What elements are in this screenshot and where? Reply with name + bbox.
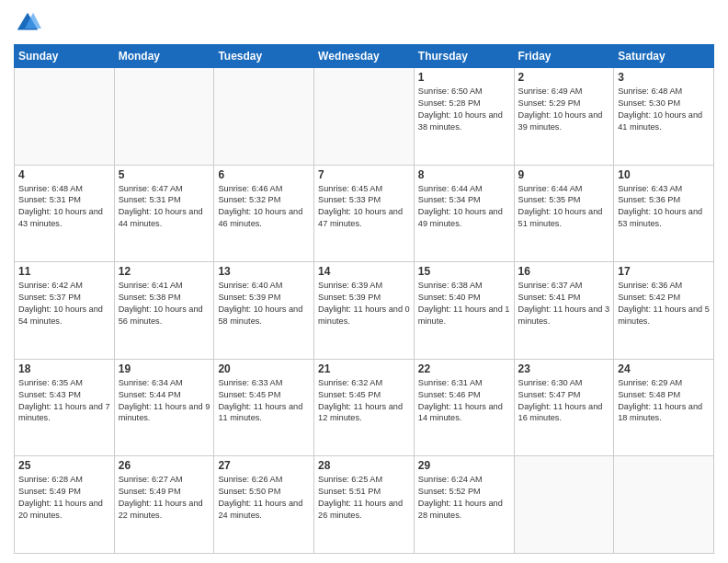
calendar-day-header: Friday <box>514 45 614 68</box>
day-number: 8 <box>418 168 510 181</box>
calendar-cell: 1 Sunrise: 6:50 AMSunset: 5:28 PMDayligh… <box>414 68 514 166</box>
sun-info: Sunrise: 6:28 AMSunset: 5:49 PMDaylight:… <box>18 475 103 520</box>
sun-info: Sunrise: 6:39 AMSunset: 5:39 PMDaylight:… <box>318 281 410 326</box>
sun-info: Sunrise: 6:35 AMSunset: 5:43 PMDaylight:… <box>18 378 110 423</box>
calendar-cell: 5 Sunrise: 6:47 AMSunset: 5:31 PMDayligh… <box>114 165 214 262</box>
sun-info: Sunrise: 6:37 AMSunset: 5:41 PMDaylight:… <box>518 281 610 326</box>
calendar-header-row: SundayMondayTuesdayWednesdayThursdayFrid… <box>15 45 714 68</box>
day-number: 12 <box>119 265 210 278</box>
calendar-week-row: 1 Sunrise: 6:50 AMSunset: 5:28 PMDayligh… <box>15 68 714 166</box>
calendar-cell: 22 Sunrise: 6:31 AMSunset: 5:46 PMDaylig… <box>414 359 514 456</box>
day-number: 1 <box>418 71 510 84</box>
calendar-day-header: Thursday <box>414 45 514 68</box>
day-number: 26 <box>119 459 210 472</box>
day-number: 27 <box>218 459 310 472</box>
day-number: 2 <box>518 71 610 84</box>
calendar-week-row: 4 Sunrise: 6:48 AMSunset: 5:31 PMDayligh… <box>15 165 714 262</box>
calendar-cell: 9 Sunrise: 6:44 AMSunset: 5:35 PMDayligh… <box>514 165 614 262</box>
day-number: 19 <box>119 362 210 375</box>
day-number: 3 <box>618 71 710 84</box>
sun-info: Sunrise: 6:38 AMSunset: 5:40 PMDaylight:… <box>418 281 510 326</box>
calendar-cell: 25 Sunrise: 6:28 AMSunset: 5:49 PMDaylig… <box>15 456 115 554</box>
calendar-cell: 7 Sunrise: 6:45 AMSunset: 5:33 PMDayligh… <box>314 165 415 262</box>
sun-info: Sunrise: 6:43 AMSunset: 5:36 PMDaylight:… <box>618 184 702 229</box>
calendar-cell: 23 Sunrise: 6:30 AMSunset: 5:47 PMDaylig… <box>514 359 614 456</box>
calendar-day-header: Sunday <box>15 45 115 68</box>
day-number: 20 <box>218 362 310 375</box>
calendar-cell: 24 Sunrise: 6:29 AMSunset: 5:48 PMDaylig… <box>614 359 714 456</box>
day-number: 13 <box>218 265 310 278</box>
header <box>14 9 714 37</box>
calendar-cell: 19 Sunrise: 6:34 AMSunset: 5:44 PMDaylig… <box>114 359 214 456</box>
day-number: 4 <box>18 168 110 181</box>
sun-info: Sunrise: 6:48 AMSunset: 5:31 PMDaylight:… <box>18 184 103 229</box>
calendar-cell <box>514 456 614 554</box>
calendar-cell: 13 Sunrise: 6:40 AMSunset: 5:39 PMDaylig… <box>214 262 314 360</box>
sun-info: Sunrise: 6:42 AMSunset: 5:37 PMDaylight:… <box>18 281 103 326</box>
sun-info: Sunrise: 6:27 AMSunset: 5:49 PMDaylight:… <box>119 475 203 520</box>
sun-info: Sunrise: 6:47 AMSunset: 5:31 PMDaylight:… <box>119 184 203 229</box>
calendar-cell: 28 Sunrise: 6:25 AMSunset: 5:51 PMDaylig… <box>314 456 415 554</box>
sun-info: Sunrise: 6:25 AMSunset: 5:51 PMDaylight:… <box>318 475 403 520</box>
day-number: 21 <box>318 362 410 375</box>
sun-info: Sunrise: 6:26 AMSunset: 5:50 PMDaylight:… <box>218 475 302 520</box>
day-number: 25 <box>18 459 110 472</box>
calendar-cell: 8 Sunrise: 6:44 AMSunset: 5:34 PMDayligh… <box>414 165 514 262</box>
day-number: 15 <box>418 265 510 278</box>
page: SundayMondayTuesdayWednesdayThursdayFrid… <box>0 0 728 563</box>
calendar-week-row: 11 Sunrise: 6:42 AMSunset: 5:37 PMDaylig… <box>15 262 714 360</box>
calendar-cell: 12 Sunrise: 6:41 AMSunset: 5:38 PMDaylig… <box>114 262 214 360</box>
day-number: 14 <box>318 265 410 278</box>
sun-info: Sunrise: 6:32 AMSunset: 5:45 PMDaylight:… <box>318 378 403 423</box>
day-number: 16 <box>518 265 610 278</box>
calendar-cell: 27 Sunrise: 6:26 AMSunset: 5:50 PMDaylig… <box>214 456 314 554</box>
day-number: 23 <box>518 362 610 375</box>
calendar-cell: 14 Sunrise: 6:39 AMSunset: 5:39 PMDaylig… <box>314 262 415 360</box>
logo-icon <box>14 9 41 37</box>
day-number: 24 <box>618 362 710 375</box>
day-number: 6 <box>218 168 310 181</box>
day-number: 18 <box>18 362 110 375</box>
calendar-cell: 21 Sunrise: 6:32 AMSunset: 5:45 PMDaylig… <box>314 359 415 456</box>
calendar-day-header: Wednesday <box>314 45 415 68</box>
sun-info: Sunrise: 6:46 AMSunset: 5:32 PMDaylight:… <box>218 184 302 229</box>
sun-info: Sunrise: 6:31 AMSunset: 5:46 PMDaylight:… <box>418 378 503 423</box>
sun-info: Sunrise: 6:41 AMSunset: 5:38 PMDaylight:… <box>119 281 203 326</box>
sun-info: Sunrise: 6:34 AMSunset: 5:44 PMDaylight:… <box>119 378 210 423</box>
calendar-cell <box>314 68 415 166</box>
day-number: 10 <box>618 168 710 181</box>
day-number: 17 <box>618 265 710 278</box>
calendar-week-row: 18 Sunrise: 6:35 AMSunset: 5:43 PMDaylig… <box>15 359 714 456</box>
calendar-cell: 4 Sunrise: 6:48 AMSunset: 5:31 PMDayligh… <box>15 165 115 262</box>
calendar-cell: 10 Sunrise: 6:43 AMSunset: 5:36 PMDaylig… <box>614 165 714 262</box>
sun-info: Sunrise: 6:29 AMSunset: 5:48 PMDaylight:… <box>618 378 702 423</box>
calendar-cell: 26 Sunrise: 6:27 AMSunset: 5:49 PMDaylig… <box>114 456 214 554</box>
day-number: 28 <box>318 459 410 472</box>
day-number: 7 <box>318 168 410 181</box>
sun-info: Sunrise: 6:40 AMSunset: 5:39 PMDaylight:… <box>218 281 302 326</box>
sun-info: Sunrise: 6:30 AMSunset: 5:47 PMDaylight:… <box>518 378 603 423</box>
sun-info: Sunrise: 6:33 AMSunset: 5:45 PMDaylight:… <box>218 378 302 423</box>
calendar-cell: 15 Sunrise: 6:38 AMSunset: 5:40 PMDaylig… <box>414 262 514 360</box>
sun-info: Sunrise: 6:50 AMSunset: 5:28 PMDaylight:… <box>418 86 503 132</box>
calendar-table: SundayMondayTuesdayWednesdayThursdayFrid… <box>14 44 714 554</box>
day-number: 22 <box>418 362 510 375</box>
calendar-cell <box>114 68 214 166</box>
calendar-cell: 16 Sunrise: 6:37 AMSunset: 5:41 PMDaylig… <box>514 262 614 360</box>
calendar-cell: 29 Sunrise: 6:24 AMSunset: 5:52 PMDaylig… <box>414 456 514 554</box>
calendar-cell: 20 Sunrise: 6:33 AMSunset: 5:45 PMDaylig… <box>214 359 314 456</box>
calendar-cell: 3 Sunrise: 6:48 AMSunset: 5:30 PMDayligh… <box>614 68 714 166</box>
sun-info: Sunrise: 6:44 AMSunset: 5:34 PMDaylight:… <box>418 184 503 229</box>
calendar-cell <box>15 68 115 166</box>
sun-info: Sunrise: 6:36 AMSunset: 5:42 PMDaylight:… <box>618 281 710 326</box>
calendar-day-header: Tuesday <box>214 45 314 68</box>
sun-info: Sunrise: 6:48 AMSunset: 5:30 PMDaylight:… <box>618 86 702 132</box>
logo <box>14 9 45 37</box>
calendar-cell <box>614 456 714 554</box>
day-number: 29 <box>418 459 510 472</box>
day-number: 5 <box>119 168 210 181</box>
calendar-cell: 6 Sunrise: 6:46 AMSunset: 5:32 PMDayligh… <box>214 165 314 262</box>
calendar-day-header: Monday <box>114 45 214 68</box>
calendar-week-row: 25 Sunrise: 6:28 AMSunset: 5:49 PMDaylig… <box>15 456 714 554</box>
calendar-cell: 18 Sunrise: 6:35 AMSunset: 5:43 PMDaylig… <box>15 359 115 456</box>
